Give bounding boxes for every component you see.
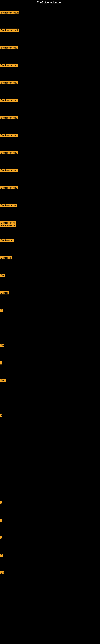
badge-8: Bottleneck resu: [0, 134, 18, 137]
badge-21: I: [0, 361, 1, 364]
badge-7: Bottleneck resu: [0, 116, 18, 119]
badge-11: Bottleneck resu: [0, 186, 18, 190]
badge-3: Bottleneck resu: [0, 46, 18, 49]
badge-20: Bo: [0, 344, 4, 347]
badge-6: Bottleneck resu: [0, 98, 18, 102]
badge-18: Bottlen: [0, 291, 9, 294]
badge-4: Bottleneck resu: [0, 64, 18, 67]
badge-1: Bottleneck result: [0, 11, 19, 14]
badge-15: Bottleneck r: [0, 239, 14, 242]
badge-5: Bottleneck resu: [0, 81, 18, 84]
badge-24: E: [0, 501, 2, 504]
badge-28: Bo: [0, 571, 4, 574]
badge-25: I: [0, 518, 1, 522]
site-title: TheBottlenecker.com: [0, 0, 100, 5]
badge-19: B: [0, 309, 3, 312]
badge-26: E: [0, 536, 2, 539]
badge-16: Bottlenec: [0, 256, 12, 260]
badge-10: Bottleneck resu: [0, 169, 18, 172]
badge-9: Bottleneck resu: [0, 151, 18, 154]
badge-2: Bottleneck result: [0, 28, 19, 32]
badge-17: Bot: [0, 274, 5, 277]
badge-27: B: [0, 554, 3, 557]
badge-14: Bottleneck re: [0, 224, 16, 227]
badge-23: E: [0, 414, 2, 417]
badge-22: Bott: [0, 379, 6, 382]
badge-12: Bottleneck res: [0, 204, 17, 207]
